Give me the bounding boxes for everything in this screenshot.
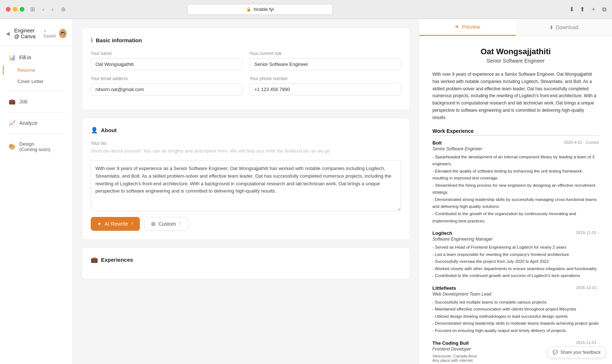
resume-job-littlefleets: Littlefleets 2016-12-01 - Web Developmen… [432, 285, 599, 335]
lock-icon: 🔒 [246, 7, 251, 12]
littlefleets-bullet-1: - Maintained effective communication wit… [432, 306, 599, 313]
sidebar-subitem-resume[interactable]: Resume [3, 65, 70, 75]
sidebar-item-analyze-label: Analyze [19, 120, 38, 126]
tab-download[interactable]: ⬇ Download [516, 19, 612, 36]
preview-tab-label: Preview [462, 24, 480, 30]
main-content: ℹ Basic information Your name Your curre… [73, 19, 419, 364]
tab-preview[interactable]: 👁 Preview [419, 19, 516, 36]
preview-tabs: 👁 Preview ⬇ Download [419, 19, 612, 36]
bolt-bullet-1: - Elevated the quality of software testi… [432, 168, 599, 182]
phone-input[interactable] [250, 83, 401, 95]
add-tab-btn[interactable]: ＋ [591, 5, 596, 13]
new-tab-button[interactable]: ⊕ [59, 4, 67, 14]
divider-2 [6, 112, 67, 112]
sidebar-item-job-label: Job [19, 99, 28, 104]
basic-info-title: Basic information [96, 37, 142, 43]
bolt-company: Bolt [432, 140, 442, 146]
split-view-btn[interactable]: ⧉ [602, 6, 606, 13]
traffic-lights [6, 7, 24, 12]
resume-role: Senior Software Engineer [432, 58, 599, 64]
sidebar-item-design-label: Design (Coming soon) [19, 141, 50, 152]
share-feedback-label: Share your feedback [560, 350, 601, 355]
avatar: 🧑 [59, 29, 67, 38]
custom-button[interactable]: ⊞ Custom ? [144, 217, 188, 231]
ai-rewrite-help-icon: ? [131, 222, 133, 226]
littlefleets-bullet-4: - Focused on ensuring high-quality outpu… [432, 327, 599, 335]
ai-rewrite-button[interactable]: ✦ AI Rewrite ? [91, 217, 140, 231]
share-browser-btn[interactable]: ⬆ [580, 6, 585, 13]
feedback-icon: 💬 [553, 350, 558, 355]
sidebar-item-fill-in-label: Fill in [19, 55, 31, 60]
email-phone-row: Your email adderss Your phone number [91, 76, 401, 95]
experiences-header: 💼 Experiences [91, 256, 401, 263]
bolt-bullet-0: - Spearheaded the development of an inte… [432, 154, 599, 168]
forward-button[interactable]: › [50, 5, 55, 14]
about-title: About [101, 127, 117, 133]
coding-bull-header: The Coding Bull 2015-11-01 - [432, 340, 599, 346]
download-browser-btn[interactable]: ⬇ [569, 6, 574, 13]
resume-job-logitech: Logitech 2019-11-01 - Software Engineeri… [432, 230, 599, 280]
name-group: Your name [91, 51, 242, 70]
ai-rewrite-label: AI Rewrite [105, 221, 128, 227]
coding-bull-date: 2015-11-01 - [576, 340, 599, 345]
bolt-bullet-3: - Demonstrated strong leadership skills … [432, 196, 599, 210]
email-input[interactable] [91, 83, 242, 95]
sidebar-subitem-cover-letter[interactable]: Cover Letter [3, 76, 70, 86]
url-bar[interactable]: 🔒 hirable.fyi [187, 4, 333, 15]
role-label: Your current role [250, 51, 401, 56]
sidebar-item-analyze[interactable]: 📈 Analyze [3, 117, 70, 129]
custom-icon: ⊞ [151, 221, 156, 227]
name-input[interactable] [91, 58, 242, 70]
sidebar-item-design[interactable]: 🎨 Design (Coming soon) [3, 138, 70, 155]
share-feedback-button[interactable]: 💬 Share your feedback [547, 347, 606, 358]
basic-info-header: ℹ Basic information [91, 37, 401, 44]
logitech-bullet-0: - Served as Head of Frontend Engineering… [432, 244, 599, 251]
logitech-bullet-4: - Contributed to the continued growth an… [432, 272, 599, 280]
littlefleets-bullet-3: - Demonstrated strong leadership skills … [432, 320, 599, 327]
bolt-bullet-2: - Streamlined the hiring process for new… [432, 182, 599, 196]
bio-textarea[interactable]: With over 9 years of experience as a Sen… [91, 160, 401, 211]
bolt-date: 2020-4-01 · Current [564, 140, 599, 145]
sidebar-nav: 📊 Fill in Resume Cover Letter 💼 Job 📈 An… [0, 48, 72, 158]
sidebar-collapse-button[interactable]: ◀ [6, 31, 10, 36]
about-icon: 👤 [91, 127, 98, 134]
app-container: ◀ Engineer @ Canva ✓ Saved 🧑 📊 Fill in R… [0, 19, 612, 364]
analyze-icon: 📈 [9, 120, 16, 126]
bio-actions: ✦ AI Rewrite ? ⊞ Custom ? [91, 217, 401, 231]
experiences-section: 💼 Experiences [82, 247, 410, 280]
logitech-header: Logitech 2019-11-01 - [432, 230, 599, 236]
sidebar: ◀ Engineer @ Canva ✓ Saved 🧑 📊 Fill in R… [0, 19, 73, 364]
fill-in-icon: 📊 [9, 54, 16, 61]
role-group: Your current role [250, 51, 401, 70]
role-input[interactable] [250, 58, 401, 70]
preview-tab-icon: 👁 [455, 24, 460, 30]
maximize-button[interactable] [20, 7, 24, 12]
logitech-date: 2019-11-01 - [576, 230, 599, 235]
bolt-bullet-4: - Contributed to the growth of the organ… [432, 210, 599, 225]
bolt-bullets: - Spearheaded the development of an inte… [432, 154, 599, 225]
logitech-title: Software Engineering Manager [432, 237, 599, 242]
minimize-button[interactable] [13, 7, 17, 12]
sidebar-item-fill-in[interactable]: 📊 Fill in [3, 51, 70, 64]
logitech-bullet-2: - Successfully oversaw the project from … [432, 258, 599, 265]
bio-group: Your bio Short bio about yourself. You c… [91, 141, 401, 211]
preview-content: Oat Wongsajjathiti Senior Software Engin… [419, 36, 612, 364]
back-button[interactable]: ‹ [41, 5, 46, 14]
littlefleets-bullet-2: - Utilized design thinking methodologies… [432, 313, 599, 320]
browser-actions: ⬇ ⬆ ＋ ⧉ [569, 5, 606, 13]
sidebar-toggle-button[interactable]: ⊞ [29, 4, 36, 14]
custom-label: Custom [158, 221, 176, 227]
sidebar-header: ◀ Engineer @ Canva ✓ Saved 🧑 [0, 25, 72, 46]
design-icon: 🎨 [9, 143, 16, 150]
divider-3 [6, 134, 67, 134]
saved-text: ✓ Saved [43, 28, 58, 39]
ai-rewrite-icon: ✦ [97, 221, 102, 227]
sidebar-item-job[interactable]: 💼 Job [3, 95, 70, 108]
logitech-bullets: - Served as Head of Frontend Engineering… [432, 244, 599, 280]
experiences-icon: 💼 [91, 256, 98, 263]
custom-help-icon: ? [179, 222, 181, 226]
name-role-row: Your name Your current role [91, 51, 401, 70]
bolt-header: Bolt 2020-4-01 · Current [432, 140, 599, 146]
close-button[interactable] [6, 7, 11, 12]
littlefleets-title: Web Development Team Lead [432, 292, 599, 297]
